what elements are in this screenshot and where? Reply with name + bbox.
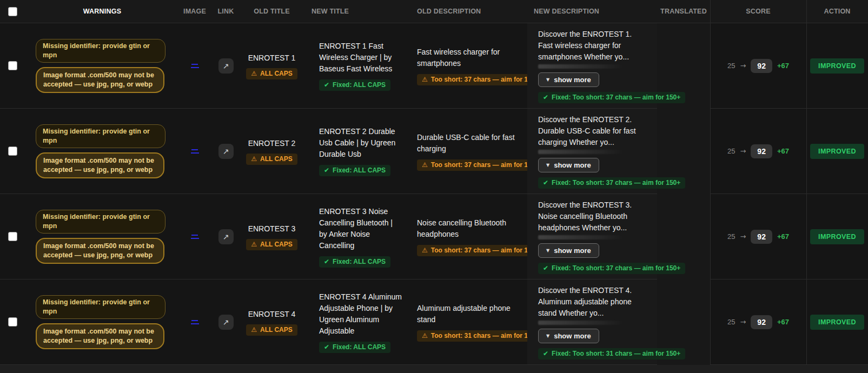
row-checkbox[interactable] bbox=[8, 232, 17, 241]
score-before: 25 bbox=[727, 147, 735, 155]
fixed-all-caps-label: Fixed: ALL CAPS bbox=[333, 82, 386, 89]
score-delta: +67 bbox=[777, 62, 789, 70]
arrow-right-icon: → bbox=[740, 147, 746, 155]
select-all-checkbox[interactable] bbox=[8, 7, 17, 16]
column-header-new-description: NEW DESCRIPTION bbox=[527, 8, 657, 15]
score-before: 25 bbox=[727, 62, 735, 70]
new-description-text: Discover the ENROTEST 2. Durable USB-C c… bbox=[538, 114, 645, 148]
truncated-text-fade bbox=[538, 321, 625, 325]
warning-pill-missing-identifier: Missing identifier: provide gtin or mpn bbox=[36, 39, 165, 63]
fixed-too-short-label: Fixed: Too short: 37 chars — aim for 150… bbox=[552, 94, 680, 101]
new-title-text: ENROTEST 2 Durable Usb Cable | by Ugreen… bbox=[319, 126, 402, 160]
chevron-down-icon: ▼ bbox=[546, 334, 549, 338]
show-more-label: show more bbox=[554, 247, 591, 255]
score-after-pill: 92 bbox=[751, 315, 772, 329]
column-divider bbox=[806, 0, 807, 365]
fixed-all-caps-badge: ✔ Fixed: ALL CAPS bbox=[319, 165, 390, 176]
warning-pill-image-format: Image format .com/500 may not be accepte… bbox=[36, 152, 164, 178]
old-description-text: Aluminum adjustable phone stand bbox=[417, 303, 518, 325]
fixed-all-caps-label: Fixed: ALL CAPS bbox=[333, 167, 386, 174]
check-icon: ✔ bbox=[324, 258, 329, 265]
column-header-action: ACTION bbox=[806, 8, 868, 15]
all-caps-warning-label: ALL CAPS bbox=[260, 241, 293, 248]
row-checkbox[interactable] bbox=[8, 146, 17, 156]
fixed-too-short-label: Fixed: Too short: 37 chars — aim for 150… bbox=[552, 179, 680, 186]
show-more-label: show more bbox=[554, 76, 591, 84]
table-row: Missing identifier: provide gtin or mpn … bbox=[0, 279, 868, 365]
broken-image-icon bbox=[191, 64, 199, 68]
check-icon: ✔ bbox=[543, 265, 548, 272]
chevron-down-icon: ▼ bbox=[546, 248, 549, 253]
score-cell: 25 → 92 +67 bbox=[710, 194, 806, 279]
check-icon: ✔ bbox=[543, 94, 548, 101]
fixed-all-caps-badge: ✔ Fixed: ALL CAPS bbox=[319, 256, 390, 268]
score-after-pill: 92 bbox=[751, 144, 772, 158]
check-icon: ✔ bbox=[324, 344, 329, 351]
warning-icon: ⚠ bbox=[422, 247, 428, 254]
column-header-image: IMAGE bbox=[178, 8, 211, 15]
warning-pill-image-format: Image format .com/500 may not be accepte… bbox=[36, 67, 164, 93]
all-caps-warning-label: ALL CAPS bbox=[260, 156, 293, 163]
all-caps-warning-badge: ⚠ ALL CAPS bbox=[246, 68, 297, 79]
too-short-warning-badge: ⚠ Too short: 37 chars — aim for 150+ bbox=[417, 74, 544, 85]
show-more-button[interactable]: ▼ show more bbox=[538, 329, 599, 343]
old-title-text: ENROTEST 2 bbox=[248, 138, 296, 149]
show-more-button[interactable]: ▼ show more bbox=[538, 243, 599, 258]
warning-pill-missing-identifier: Missing identifier: provide gtin or mpn bbox=[36, 124, 165, 148]
column-header-warnings: WARNINGS bbox=[26, 8, 178, 15]
column-divider bbox=[710, 0, 711, 365]
all-caps-warning-label: ALL CAPS bbox=[260, 70, 293, 77]
open-link-button[interactable]: ↗ bbox=[218, 58, 234, 74]
check-icon: ✔ bbox=[324, 167, 329, 174]
all-caps-warning-badge: ⚠ ALL CAPS bbox=[246, 154, 297, 165]
score-cell: 25 → 92 +67 bbox=[710, 109, 806, 194]
arrow-right-icon: → bbox=[740, 318, 746, 326]
broken-image-icon bbox=[191, 149, 199, 154]
too-short-warning-badge: ⚠ Too short: 37 chars — aim for 150+ bbox=[417, 159, 544, 171]
warning-icon: ⚠ bbox=[422, 332, 428, 339]
column-header-score: SCORE bbox=[710, 8, 806, 15]
open-link-button[interactable]: ↗ bbox=[218, 229, 234, 244]
score-cell: 25 → 92 +67 bbox=[710, 279, 806, 364]
old-title-text: ENROTEST 4 bbox=[248, 309, 296, 320]
open-link-button[interactable]: ↗ bbox=[218, 315, 234, 330]
arrow-up-right-icon: ↗ bbox=[223, 318, 229, 327]
warning-icon: ⚠ bbox=[251, 70, 257, 77]
fixed-too-short-label: Fixed: Too short: 31 chars — aim for 150… bbox=[552, 350, 680, 357]
row-checkbox[interactable] bbox=[8, 317, 17, 327]
score-before: 25 bbox=[727, 232, 735, 241]
all-caps-warning-label: ALL CAPS bbox=[260, 327, 293, 334]
row-checkbox[interactable] bbox=[8, 61, 17, 70]
check-icon: ✔ bbox=[543, 179, 548, 186]
warning-icon: ⚠ bbox=[422, 162, 428, 169]
improved-status-badge: IMPROVED bbox=[810, 58, 864, 74]
improved-status-badge: IMPROVED bbox=[810, 144, 864, 159]
fixed-all-caps-badge: ✔ Fixed: ALL CAPS bbox=[319, 342, 390, 353]
fixed-too-short-badge: ✔ Fixed: Too short: 31 chars — aim for 1… bbox=[538, 348, 685, 359]
show-more-button[interactable]: ▼ show more bbox=[538, 72, 599, 87]
score-after-pill: 92 bbox=[751, 230, 772, 244]
too-short-warning-badge: ⚠ Too short: 31 chars — aim for 150+ bbox=[417, 330, 544, 342]
old-title-text: ENROTEST 3 bbox=[248, 223, 296, 235]
truncated-text-fade bbox=[538, 64, 625, 69]
arrow-up-right-icon: ↗ bbox=[223, 62, 229, 70]
truncated-text-fade bbox=[538, 150, 625, 154]
fixed-too-short-badge: ✔ Fixed: Too short: 37 chars — aim for 1… bbox=[538, 92, 685, 103]
show-more-button[interactable]: ▼ show more bbox=[538, 158, 599, 172]
too-short-warning-label: Too short: 37 chars — aim for 150+ bbox=[431, 76, 539, 83]
warning-icon: ⚠ bbox=[251, 327, 257, 334]
table-row: Missing identifier: provide gtin or mpn … bbox=[0, 109, 868, 194]
improved-status-badge: IMPROVED bbox=[810, 315, 864, 330]
column-header-link: LINK bbox=[211, 8, 241, 15]
table-row: Missing identifier: provide gtin or mpn … bbox=[0, 23, 868, 109]
all-caps-warning-badge: ⚠ ALL CAPS bbox=[246, 324, 297, 336]
show-more-label: show more bbox=[554, 332, 591, 340]
new-title-text: ENROTEST 1 Fast Wireless Charger | by Ba… bbox=[319, 41, 402, 75]
warning-icon: ⚠ bbox=[251, 156, 257, 163]
truncated-text-fade bbox=[538, 235, 625, 239]
all-caps-warning-badge: ⚠ ALL CAPS bbox=[246, 239, 297, 250]
improved-status-badge: IMPROVED bbox=[810, 229, 864, 244]
fixed-too-short-label: Fixed: Too short: 37 chars — aim for 150… bbox=[552, 265, 680, 272]
arrow-up-right-icon: ↗ bbox=[223, 232, 229, 241]
open-link-button[interactable]: ↗ bbox=[218, 144, 234, 159]
